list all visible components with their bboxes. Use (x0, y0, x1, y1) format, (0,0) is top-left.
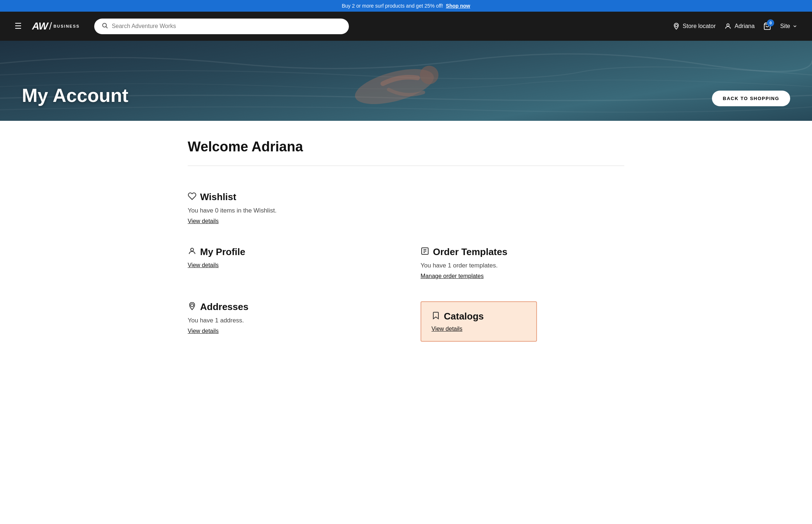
search-input[interactable] (112, 23, 342, 29)
back-to-shopping-button[interactable]: BACK TO SHOPPING (712, 91, 790, 106)
catalogs-card: Catalogs View details (421, 301, 537, 342)
svg-point-13 (191, 304, 194, 307)
catalogs-view-details-link[interactable]: View details (431, 326, 462, 332)
my-profile-view-details-link[interactable]: View details (188, 262, 219, 269)
svg-point-2 (675, 24, 677, 27)
hamburger-icon: ☰ (15, 21, 22, 31)
promo-link[interactable]: Shop now (446, 3, 470, 9)
order-templates-icon (421, 247, 429, 258)
addresses-view-details-link[interactable]: View details (188, 328, 219, 334)
search-icon (102, 22, 108, 31)
store-locator-label: Store locator (683, 23, 716, 29)
account-grid: My Profile View details Order Templates … (188, 235, 624, 353)
site-label: Site (780, 23, 790, 29)
svg-point-8 (191, 248, 194, 251)
promo-bar: Buy 2 or more surf products and get 25% … (0, 0, 812, 12)
user-name-label: Adriana (735, 23, 755, 29)
search-container (94, 19, 349, 34)
order-templates-description: You have 1 order templates. (421, 262, 624, 269)
wishlist-view-details-link[interactable]: View details (188, 218, 219, 225)
hamburger-button[interactable]: ☰ (15, 21, 22, 31)
page-title: My Account (22, 84, 128, 106)
logo-aw: AW (32, 20, 48, 32)
svg-line-1 (106, 27, 108, 28)
divider (188, 166, 624, 166)
logo-business: BUSINESS (53, 24, 80, 28)
wishlist-description: You have 0 items in the Wishlist. (188, 207, 624, 214)
hero-background (0, 41, 812, 121)
welcome-heading: Welcome Adriana (188, 139, 624, 155)
cart-wrapper: 0 (763, 22, 771, 30)
promo-text: Buy 2 or more surf products and get 25% … (342, 3, 443, 9)
wishlist-icon (188, 192, 196, 203)
search-bar (94, 19, 349, 34)
wishlist-header: Wishlist (188, 191, 624, 203)
cart-badge: 0 (767, 19, 774, 27)
main-content: Welcome Adriana Wishlist You have 0 item… (166, 121, 646, 382)
addresses-header: Addresses (188, 301, 391, 313)
addresses-title: Addresses (200, 301, 248, 313)
catalogs-title: Catalogs (444, 311, 484, 322)
site-dropdown-button[interactable]: Site (780, 23, 797, 29)
addresses-icon (188, 302, 196, 313)
catalogs-header: Catalogs (431, 311, 526, 322)
user-account-button[interactable]: Adriana (724, 23, 755, 30)
wishlist-section: Wishlist You have 0 items in the Wishlis… (188, 180, 624, 235)
my-profile-header: My Profile (188, 246, 391, 258)
header: ☰ AW / BUSINESS Store locator Adriana (0, 12, 812, 41)
order-templates-manage-link[interactable]: Manage order templates (421, 273, 483, 279)
svg-point-0 (103, 23, 107, 27)
hero-banner: My Account BACK TO SHOPPING (0, 41, 812, 121)
my-profile-section: My Profile View details (188, 235, 406, 290)
catalogs-section: Catalogs View details (406, 290, 624, 353)
store-locator-button[interactable]: Store locator (673, 23, 716, 30)
logo[interactable]: AW / BUSINESS (32, 20, 80, 32)
logo-slash: / (49, 20, 52, 32)
wishlist-title: Wishlist (200, 191, 236, 203)
hero-content: My Account (22, 84, 128, 106)
order-templates-header: Order Templates (421, 246, 624, 258)
svg-point-3 (727, 24, 729, 26)
catalogs-icon (431, 311, 440, 322)
addresses-description: You have 1 address. (188, 317, 391, 324)
svg-point-7 (420, 66, 438, 84)
addresses-section: Addresses You have 1 address. View detai… (188, 290, 406, 353)
my-profile-title: My Profile (200, 246, 245, 258)
header-actions: Store locator Adriana 0 Site (673, 22, 797, 30)
order-templates-title: Order Templates (433, 246, 508, 258)
profile-icon (188, 247, 196, 258)
order-templates-section: Order Templates You have 1 order templat… (406, 235, 624, 290)
